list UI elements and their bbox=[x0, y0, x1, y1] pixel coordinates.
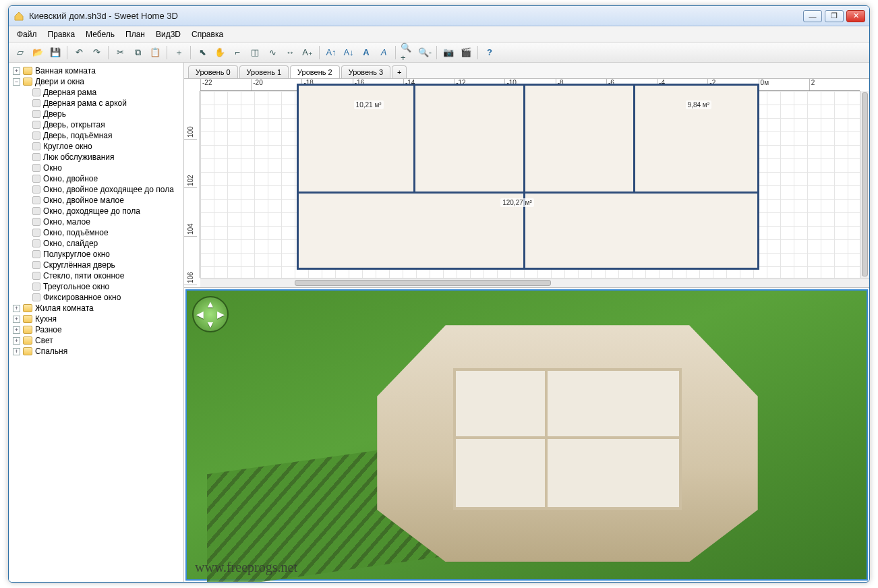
tree-item[interactable]: Дверь, открытая bbox=[21, 119, 183, 130]
text-bold-icon[interactable]: A bbox=[359, 45, 374, 60]
create-text-tool[interactable]: A₊ bbox=[300, 45, 315, 60]
create-dimensions-tool[interactable]: ↔ bbox=[283, 45, 297, 60]
add-level-button[interactable]: + bbox=[392, 65, 407, 78]
minimize-button[interactable]: — bbox=[803, 10, 822, 22]
nav-down-icon[interactable]: ▼ bbox=[206, 319, 215, 330]
tree-item[interactable]: Дверь, подъёмная bbox=[21, 130, 183, 141]
plan-view-2d[interactable]: -22-20-18-16-14-12-10-8-6-4-20м2 1001021… bbox=[184, 79, 869, 288]
add-furniture-button[interactable]: ＋ bbox=[171, 45, 186, 60]
tree-folder[interactable]: +Ванная комната bbox=[11, 65, 183, 76]
tree-item[interactable]: Стекло, пяти оконное bbox=[21, 270, 183, 281]
tree-item[interactable]: Дверная рама bbox=[21, 87, 183, 98]
new-button[interactable]: ▱ bbox=[13, 45, 28, 60]
house-3d-model[interactable] bbox=[377, 325, 757, 562]
floorplan-outline[interactable]: 10,21 м² 9,84 м² 120,27 м² bbox=[299, 86, 757, 268]
tree-item[interactable]: Круглое окно bbox=[21, 141, 183, 152]
menu-furniture[interactable]: Мебель bbox=[80, 28, 120, 41]
plan-scrollbar-vertical[interactable] bbox=[860, 91, 869, 278]
expand-icon[interactable]: + bbox=[13, 305, 20, 312]
tree-item-label: Скруглённая дверь bbox=[43, 260, 115, 270]
tree-item[interactable]: Окно, подъёмное bbox=[21, 227, 183, 238]
nav-left-icon[interactable]: ◀ bbox=[196, 309, 204, 320]
menu-edit[interactable]: Правка bbox=[42, 28, 81, 41]
text-size-up-icon[interactable]: A↑ bbox=[324, 45, 339, 60]
tree-item[interactable]: Окно, слайдер bbox=[21, 238, 183, 249]
nav-pad[interactable]: ▲ ▼ ◀ ▶ bbox=[192, 296, 229, 332]
tree-item[interactable]: Окно, малое bbox=[21, 216, 183, 227]
create-video-button[interactable]: 🎬 bbox=[459, 45, 473, 60]
zoom-out-button[interactable]: 🔍- bbox=[417, 45, 432, 60]
ruler-tick: -20 bbox=[251, 79, 301, 90]
pan-tool[interactable]: ✋ bbox=[212, 45, 227, 60]
tree-item[interactable]: Окно, доходящее до пола bbox=[21, 206, 183, 216]
paste-button[interactable]: 📋 bbox=[148, 45, 163, 60]
view-3d[interactable]: ▲ ▼ ◀ ▶ www.freeprogs.net bbox=[185, 289, 868, 581]
text-size-down-icon[interactable]: A↓ bbox=[341, 45, 356, 60]
scrollbar-thumb[interactable] bbox=[862, 92, 868, 276]
tab-level-2[interactable]: Уровень 2 bbox=[290, 65, 340, 78]
menu-3dview[interactable]: Вид3D bbox=[150, 28, 186, 41]
expand-icon[interactable]: + bbox=[13, 337, 20, 345]
menu-plan[interactable]: План bbox=[120, 28, 150, 41]
expand-icon[interactable]: + bbox=[13, 316, 20, 323]
toolbar-separator bbox=[167, 46, 167, 59]
toolbar-separator bbox=[67, 46, 67, 59]
tree-item[interactable]: Дверная рама с аркой bbox=[21, 98, 183, 109]
furniture-tree[interactable]: +Ванная комната −Двери и окна Дверная ра… bbox=[9, 63, 184, 582]
wall[interactable] bbox=[523, 86, 525, 268]
titlebar[interactable]: Киевский дом.sh3d - Sweet Home 3D — ❐ ✕ bbox=[9, 6, 869, 26]
expand-icon[interactable]: + bbox=[13, 326, 20, 334]
copy-button[interactable]: ⧉ bbox=[130, 45, 145, 60]
tree-item[interactable]: Окно, двойное малое bbox=[21, 195, 183, 206]
nav-right-icon[interactable]: ▶ bbox=[217, 309, 225, 320]
expand-icon[interactable]: + bbox=[13, 348, 20, 355]
create-walls-tool[interactable]: ⌐ bbox=[230, 45, 245, 60]
tree-folder[interactable]: +Спальня bbox=[11, 346, 183, 357]
wall[interactable] bbox=[299, 192, 757, 194]
tree-item-label: Окно, подъёмное bbox=[43, 228, 109, 237]
tree-item[interactable]: Окно, двойное доходящее до пола bbox=[21, 184, 183, 195]
tree-item[interactable]: Окно, двойное bbox=[21, 173, 183, 184]
scrollbar-thumb[interactable] bbox=[295, 280, 551, 286]
select-tool[interactable]: ⬉ bbox=[195, 45, 210, 60]
tree-item[interactable]: Фиксированное окно bbox=[21, 292, 183, 303]
redo-button[interactable]: ↷ bbox=[89, 45, 104, 60]
tree-item[interactable]: Полукруглое окно bbox=[21, 249, 183, 260]
text-italic-icon[interactable]: A bbox=[376, 45, 391, 60]
menu-help[interactable]: Справка bbox=[186, 28, 229, 41]
create-photo-button[interactable]: 📷 bbox=[441, 45, 456, 60]
create-polyline-tool[interactable]: ∿ bbox=[265, 45, 280, 60]
room-area-label: 10,21 м² bbox=[354, 100, 384, 109]
tab-level-0[interactable]: Уровень 0 bbox=[188, 65, 238, 78]
tree-folder[interactable]: +Разное bbox=[11, 324, 183, 335]
tree-folder[interactable]: −Двери и окна bbox=[11, 76, 183, 87]
collapse-icon[interactable]: − bbox=[13, 78, 20, 86]
wall[interactable] bbox=[413, 86, 415, 192]
tree-item-label: Окно, слайдер bbox=[43, 239, 98, 248]
folder-icon bbox=[23, 67, 32, 75]
tree-item[interactable]: Скруглённая дверь bbox=[21, 260, 183, 270]
tree-item[interactable]: Окно bbox=[21, 163, 183, 173]
cut-button[interactable]: ✂ bbox=[113, 45, 127, 60]
undo-button[interactable]: ↶ bbox=[71, 45, 86, 60]
tree-item[interactable]: Люк обслуживания bbox=[21, 152, 183, 163]
zoom-in-button[interactable]: 🔍+ bbox=[400, 45, 415, 60]
close-button[interactable]: ✕ bbox=[846, 10, 865, 22]
open-button[interactable]: 📂 bbox=[30, 45, 45, 60]
tree-item[interactable]: Треугольное окно bbox=[21, 281, 183, 292]
maximize-button[interactable]: ❐ bbox=[825, 10, 844, 22]
tree-item[interactable]: Дверь bbox=[21, 109, 183, 119]
plan-scrollbar-horizontal[interactable] bbox=[200, 278, 869, 287]
tab-level-1[interactable]: Уровень 1 bbox=[239, 65, 289, 78]
nav-up-icon[interactable]: ▲ bbox=[206, 299, 215, 310]
tree-folder[interactable]: +Жилая комната bbox=[11, 303, 183, 314]
help-button[interactable]: ? bbox=[482, 45, 497, 60]
menu-file[interactable]: Файл bbox=[11, 28, 42, 41]
tree-folder[interactable]: +Свет bbox=[11, 335, 183, 346]
wall[interactable] bbox=[633, 86, 635, 192]
save-button[interactable]: 💾 bbox=[48, 45, 63, 60]
expand-icon[interactable]: + bbox=[13, 67, 20, 75]
tab-level-3[interactable]: Уровень 3 bbox=[341, 65, 391, 78]
tree-folder[interactable]: +Кухня bbox=[11, 314, 183, 324]
create-rooms-tool[interactable]: ◫ bbox=[247, 45, 262, 60]
